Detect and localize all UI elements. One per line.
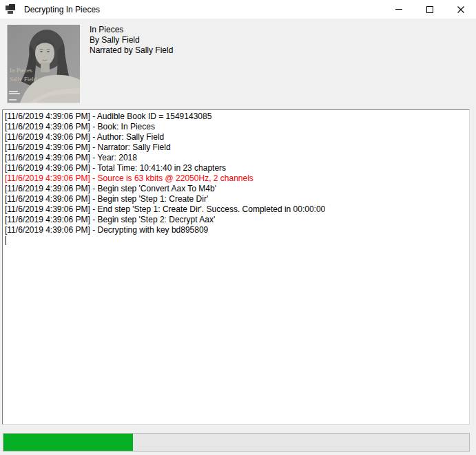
app-icon[interactable]: [6, 4, 17, 15]
log-line: [11/6/2019 4:39:06 PM] - End step 'Step …: [5, 204, 467, 215]
minimize-icon: [395, 9, 402, 10]
log-textbox[interactable]: [11/6/2019 4:39:06 PM] - Audible Book ID…: [2, 109, 470, 425]
log-lines: [11/6/2019 4:39:06 PM] - Audible Book ID…: [5, 112, 467, 235]
log-line: [11/6/2019 4:39:06 PM] - Year: 2018: [5, 153, 467, 163]
log-line: [11/6/2019 4:39:06 PM] - Book: In Pieces: [5, 122, 467, 132]
text-caret: [6, 236, 6, 245]
titlebar[interactable]: Decrypting In Pieces: [0, 0, 476, 19]
progress-fill: [3, 434, 133, 451]
log-line: [11/6/2019 4:39:06 PM] - Author: Sally F…: [5, 132, 467, 142]
book-cover-image: In Pieces Sally Field: [6, 25, 80, 105]
maximize-icon: [426, 6, 433, 13]
cover-author-text: Sally Field: [10, 76, 37, 83]
log-line: [11/6/2019 4:39:06 PM] - Total Time: 10:…: [5, 163, 467, 173]
maximize-button[interactable]: [414, 0, 445, 19]
log-line: [11/6/2019 4:39:06 PM] - Decrypting with…: [5, 225, 467, 235]
log-line: [11/6/2019 4:39:06 PM] - Begin step 'Ste…: [5, 215, 467, 225]
log-line: [11/6/2019 4:39:06 PM] - Source is 63 kb…: [5, 173, 467, 184]
book-author-line: By Sally Field: [90, 35, 173, 45]
log-line: [11/6/2019 4:39:06 PM] - Audible Book ID…: [5, 112, 467, 122]
progress-bar: [3, 433, 470, 452]
window-title: Decrypting In Pieces: [24, 5, 100, 14]
window-controls: [383, 0, 476, 19]
cover-title-text: In Pieces: [10, 67, 32, 74]
log-line: [11/6/2019 4:39:06 PM] - Narrator: Sally…: [5, 142, 467, 153]
close-icon: [457, 6, 464, 13]
book-narrator-line: Narrated by Sally Field: [90, 45, 173, 56]
log-line: [11/6/2019 4:39:06 PM] - Begin step 'Con…: [5, 184, 467, 194]
book-info: In Pieces By Sally Field Narrated by Sal…: [90, 25, 173, 56]
minimize-button[interactable]: [383, 0, 414, 19]
close-button[interactable]: [445, 0, 476, 19]
log-line: [11/6/2019 4:39:06 PM] - Begin step 'Ste…: [5, 194, 467, 204]
book-title-line: In Pieces: [90, 25, 173, 35]
